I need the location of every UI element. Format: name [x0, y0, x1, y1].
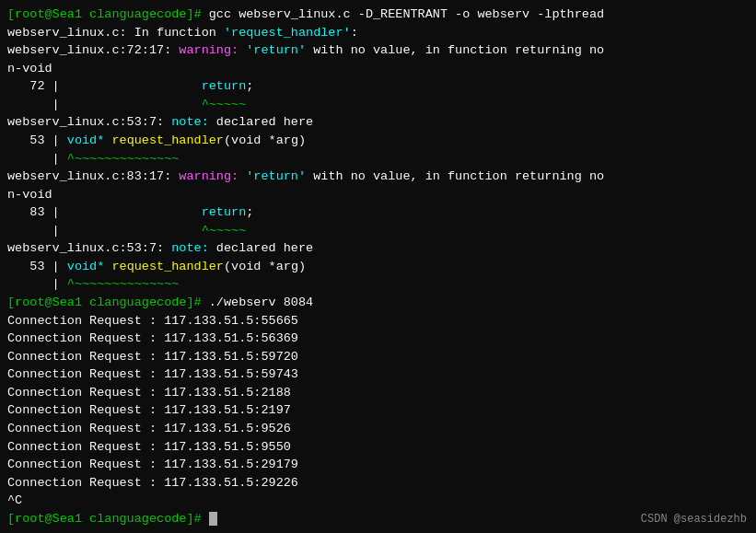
terminal-output: [root@Sea1 clanguagecode]# gcc webserv_l…: [7, 6, 749, 527]
terminal-text: (void *arg): [224, 133, 306, 147]
terminal-text: return: [202, 79, 247, 93]
terminal-text: 53 |: [7, 260, 67, 273]
terminal-line: | ^~~~~~: [7, 96, 749, 114]
terminal-text: ^~~~~~~~~~~~~~~: [67, 277, 180, 291]
terminal-line: Connection Request : 117.133.51.5:55665: [7, 312, 749, 330]
terminal-text: n-void: [7, 188, 52, 202]
terminal-text: Connection Request : 117.133.51.5:59720: [7, 350, 298, 364]
terminal-line: Connection Request : 117.133.51.5:59743: [7, 365, 749, 384]
terminal-text: Connection Request : 117.133.51.5:59743: [7, 367, 298, 381]
terminal-line: Connection Request : 117.133.51.5:9526: [7, 420, 749, 438]
terminal-line: Connection Request : 117.133.51.5:29179: [7, 456, 749, 474]
terminal-line: [root@Sea1 clanguagecode]# gcc webserv_l…: [7, 6, 749, 24]
terminal-text: note:: [171, 115, 216, 129]
terminal-line: n-void: [7, 60, 749, 78]
terminal-text: 83 |: [7, 205, 202, 219]
terminal-line: n-void: [7, 186, 749, 204]
terminal-text: n-void: [7, 62, 52, 75]
terminal-cursor: [209, 512, 217, 526]
terminal-window: [root@Sea1 clanguagecode]# gcc webserv_l…: [0, 0, 756, 533]
terminal-text: request_handler: [111, 260, 224, 273]
terminal-text: declared here: [216, 241, 313, 255]
terminal-text: void*: [67, 133, 105, 147]
terminal-line: 72 | return;: [7, 77, 749, 96]
terminal-line: ^C: [7, 492, 749, 510]
terminal-line: Connection Request : 117.133.51.5:29226: [7, 474, 749, 492]
terminal-text: warning:: [179, 43, 246, 57]
terminal-text: gcc webserv_linux.c -D_REENTRANT -o webs…: [209, 7, 604, 21]
terminal-text: 'return': [246, 43, 306, 57]
watermark: CSDN @seasidezhb: [641, 513, 747, 526]
terminal-line: | ^~~~~~~~~~~~~~~: [7, 275, 749, 294]
terminal-text: Connection Request : 117.133.51.5:2197: [7, 403, 291, 417]
terminal-line: 83 | return;: [7, 203, 749, 222]
terminal-text: webserv_linux.c:53:7:: [7, 241, 171, 255]
terminal-line: webserv_linux.c:53:7: note: declared her…: [7, 239, 749, 258]
terminal-text: ^~~~~~: [202, 98, 247, 111]
terminal-line: Connection Request : 117.133.51.5:2197: [7, 401, 749, 420]
terminal-text: Connection Request : 117.133.51.5:2188: [7, 386, 291, 400]
terminal-line: | ^~~~~~~~~~~~~~~: [7, 150, 749, 168]
terminal-text: webserv_linux.c: In function: [7, 26, 224, 40]
terminal-text: [root@Sea1 clanguagecode]#: [7, 7, 209, 21]
terminal-text: [root@Sea1 clanguagecode]#: [7, 295, 209, 309]
terminal-text: Connection Request : 117.133.51.5:29179: [7, 458, 298, 471]
terminal-text: ./webserv 8084: [209, 295, 313, 309]
terminal-text: declared here: [216, 115, 313, 129]
terminal-text: Connection Request : 117.133.51.5:29226: [7, 476, 298, 490]
terminal-line: webserv_linux.c:72:17: warning: 'return'…: [7, 41, 749, 60]
terminal-line: [root@Sea1 clanguagecode]# ./webserv 808…: [7, 294, 749, 312]
terminal-text: return: [202, 205, 247, 219]
terminal-line: webserv_linux.c:53:7: note: declared her…: [7, 113, 749, 132]
terminal-text: void*: [67, 260, 105, 273]
terminal-text: Connection Request : 117.133.51.5:9550: [7, 440, 291, 454]
terminal-line: webserv_linux.c: In function 'request_ha…: [7, 24, 749, 42]
terminal-line: | ^~~~~~: [7, 222, 749, 240]
terminal-text: :: [351, 26, 358, 40]
terminal-text: 'request_handler': [224, 26, 351, 40]
terminal-text: warning:: [179, 169, 246, 183]
terminal-text: 53 |: [7, 133, 67, 147]
terminal-text: Connection Request : 117.133.51.5:9526: [7, 422, 291, 435]
terminal-text: Connection Request : 117.133.51.5:55665: [7, 314, 298, 328]
terminal-text: webserv_linux.c:83:17:: [7, 169, 179, 183]
terminal-line: webserv_linux.c:83:17: warning: 'return'…: [7, 168, 749, 186]
terminal-text: ^~~~~~~~~~~~~~~: [67, 152, 180, 166]
terminal-line: 53 | void* request_handler(void *arg): [7, 258, 749, 276]
terminal-line: [root@Sea1 clanguagecode]#: [7, 510, 749, 528]
terminal-text: with no value, in function returning no: [306, 169, 604, 183]
terminal-line: Connection Request : 117.133.51.5:2188: [7, 384, 749, 402]
terminal-text: ^~~~~~: [202, 224, 247, 238]
terminal-text: |: [7, 277, 67, 291]
terminal-text: with no value, in function returning no: [306, 43, 604, 57]
terminal-text: webserv_linux.c:72:17:: [7, 43, 179, 57]
terminal-text: |: [7, 152, 67, 166]
terminal-text: webserv_linux.c:53:7:: [7, 115, 171, 129]
terminal-text: |: [7, 224, 202, 238]
terminal-text: Connection Request : 117.133.51.5:56369: [7, 331, 298, 345]
terminal-text: ^C: [7, 493, 22, 507]
terminal-line: Connection Request : 117.133.51.5:56369: [7, 330, 749, 348]
terminal-text: ;: [246, 205, 253, 219]
terminal-line: Connection Request : 117.133.51.5:59720: [7, 348, 749, 366]
terminal-line: 53 | void* request_handler(void *arg): [7, 132, 749, 150]
terminal-text: 'return': [246, 169, 306, 183]
terminal-text: (void *arg): [224, 260, 306, 273]
terminal-text: note:: [171, 241, 216, 255]
terminal-text: [root@Sea1 clanguagecode]#: [7, 512, 209, 526]
terminal-text: ;: [246, 79, 253, 93]
terminal-line: Connection Request : 117.133.51.5:9550: [7, 438, 749, 457]
terminal-text: 72 |: [7, 79, 202, 93]
terminal-text: |: [7, 98, 202, 111]
terminal-text: request_handler: [111, 133, 224, 147]
